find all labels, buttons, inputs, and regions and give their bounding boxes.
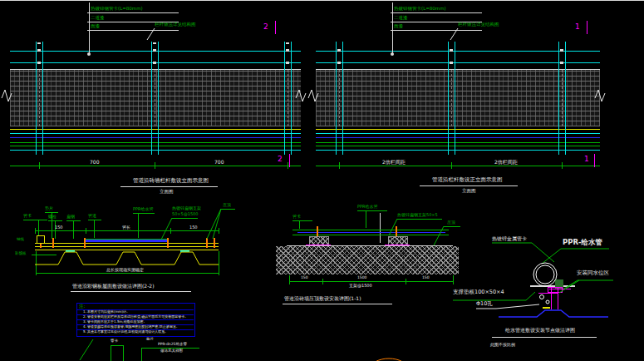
- callout-leader: [138, 213, 139, 238]
- dim-tick: [451, 162, 452, 169]
- anchor-tick: [543, 307, 550, 309]
- pipe-line-blue: [10, 137, 301, 138]
- elevation-caption-sub: 立面图: [160, 190, 174, 195]
- side-label: 轴线: [17, 238, 24, 242]
- callout-shelf: [357, 210, 387, 211]
- caption-underline: [420, 185, 518, 186]
- post-section-square: [37, 235, 45, 244]
- rail-joint: [286, 62, 289, 64]
- callout-text: 面漆: [91, 24, 100, 29]
- pipe-clamp: [52, 238, 54, 248]
- rail-joint: [37, 49, 41, 52]
- pipe-body: [86, 240, 169, 242]
- pipe-line-blue: [316, 137, 600, 138]
- pipe-line-cyan: [316, 133, 600, 134]
- bracket-head: [548, 287, 563, 293]
- callout-text: 50×5@1500: [172, 212, 198, 216]
- rail-joint: [153, 62, 156, 64]
- elevation-caption: 管道沿栏杆敷设正立面示意图: [432, 177, 503, 183]
- caption-underline: [71, 291, 191, 292]
- callout-shelf: [133, 213, 155, 214]
- dim-label: 150: [301, 276, 308, 280]
- post-hidden: [339, 70, 341, 126]
- callout-text: 螺栓: [48, 215, 57, 219]
- callout-shelf: [293, 220, 312, 221]
- dim-tick: [86, 228, 86, 234]
- pipe-line-cyan: [10, 133, 301, 134]
- section-marker-tick: [587, 21, 587, 34]
- callout-text: 二道漆: [91, 16, 105, 21]
- rail-joint: [286, 49, 289, 52]
- legend-label: 管卡: [111, 339, 118, 344]
- deck-line: [35, 243, 219, 244]
- callout-text: 管道: [88, 214, 96, 218]
- post: [336, 42, 337, 155]
- cad-drawing-canvas: 700 700 2 2 热镀锌钢管卡(L=80mm) 二道漆 面漆 栏杆做法详见…: [0, 0, 644, 361]
- section-marker: 2: [263, 23, 268, 31]
- section-caption: 管道沿彩钢板屋面敷设做法详图(2-2): [72, 284, 154, 289]
- post: [42, 42, 43, 155]
- pipe-clamp: [167, 238, 169, 248]
- pipe-clamp: [317, 226, 318, 236]
- dim-tick: [339, 162, 340, 169]
- callout-shelf: [88, 220, 101, 220]
- pipe-line-cyan: [316, 150, 600, 151]
- callout-leader: [94, 220, 95, 238]
- callout-shelf: [397, 219, 442, 220]
- brick-wall: [316, 70, 600, 126]
- leader-dot: [87, 52, 91, 56]
- slant-label: 栏杆做法详见结构图: [155, 22, 196, 27]
- callout-text: 扁钢: [66, 215, 75, 219]
- callout-text: 热镀锌扁钢支架: [172, 206, 201, 210]
- label-pipe: PPR-给水管: [563, 239, 602, 246]
- callout-shelf: [444, 226, 460, 227]
- section-marker: 1: [575, 23, 580, 31]
- rail-joint: [560, 62, 563, 64]
- deck-line: [35, 250, 219, 250]
- ppr-pipe-circle: [533, 263, 557, 286]
- rail-joint: [450, 62, 453, 64]
- dim-tick: [155, 162, 155, 169]
- note-item: 2. 管道安装前应对栏杆及墙体进行检查,确认牢固后方可安装固定管卡。: [83, 315, 188, 319]
- rail-joint: [337, 62, 341, 64]
- dim-line: [316, 166, 600, 166]
- post: [158, 42, 159, 155]
- legend-label: 垫片: [146, 338, 154, 342]
- dim-line-total: [36, 273, 219, 274]
- legend-leader: [141, 348, 142, 361]
- dim-label: 700: [214, 160, 224, 165]
- post-hidden: [288, 70, 289, 126]
- dim-label: 150: [189, 225, 198, 230]
- rail-line: [316, 62, 600, 63]
- rail-joint: [337, 49, 341, 52]
- dim-label-center: 支架@1500: [349, 284, 372, 288]
- dim-tick: [36, 251, 37, 275]
- rail-joint: [450, 49, 453, 52]
- callout-text: 热镀锌钢管卡(L=80mm): [91, 7, 143, 12]
- dim-label-total: 总长按现场实测确定: [106, 268, 144, 272]
- dim-tick: [219, 251, 219, 275]
- bracket-arm: [538, 293, 558, 294]
- frame-top-line: [0, 0, 644, 1]
- post: [565, 42, 566, 155]
- post-cap: [153, 42, 156, 44]
- slant-label: 栏杆做法详见结构图: [458, 22, 499, 27]
- dim-label: 1500: [357, 276, 366, 280]
- callout-text: 热镀锌扁钢支架50×5: [397, 213, 438, 217]
- callout-leader: [73, 220, 74, 239]
- corrugated-sheet: [35, 252, 219, 265]
- callout-text: 垫片: [45, 206, 53, 210]
- callout-text: 面漆: [394, 24, 403, 29]
- bolt-circles: [540, 295, 550, 304]
- concrete-slab: [276, 246, 459, 274]
- caption-underline: [120, 186, 218, 187]
- callout-shelf: [87, 30, 179, 31]
- callout-leader: [89, 2, 90, 54]
- callout-text: 压顶: [447, 220, 455, 225]
- pipe-line-yellow: [316, 129, 600, 130]
- post-cap: [37, 42, 41, 44]
- label-clamp: 热镀锌金属管卡: [492, 236, 527, 241]
- pipe-clamp: [214, 238, 215, 248]
- dim-label: 2倍栏间距: [494, 160, 518, 165]
- leader-line: [380, 213, 381, 243]
